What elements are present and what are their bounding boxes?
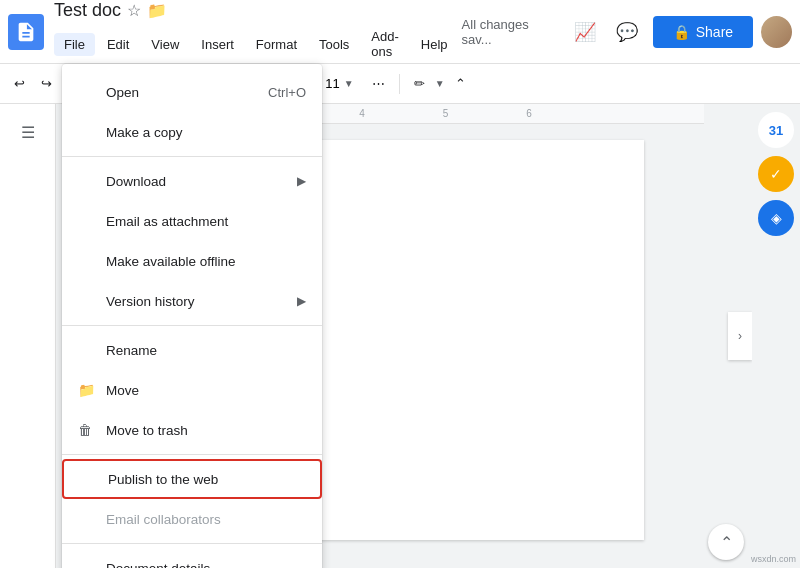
move-label: Move: [106, 383, 139, 398]
menu-section-3: Rename 📁 Move 🗑 Move to trash: [62, 326, 322, 455]
comments-icon-btn[interactable]: 💬: [610, 14, 645, 50]
doc-app-icon: [8, 14, 44, 50]
menu-item-format[interactable]: Format: [246, 33, 307, 56]
menu-version-history[interactable]: Version history ▶: [62, 281, 322, 321]
undo-button[interactable]: ↩: [8, 72, 31, 95]
move-to-trash-label: Move to trash: [106, 423, 188, 438]
menu-email-attachment[interactable]: Email as attachment: [62, 201, 322, 241]
title-bar: Test doc ☆ 📁 File Edit View Insert Forma…: [0, 0, 800, 64]
open-label: Open: [106, 85, 139, 100]
menu-item-tools[interactable]: Tools: [309, 33, 359, 56]
menu-move-to-trash[interactable]: 🗑 Move to trash: [62, 410, 322, 450]
offline-label: Make available offline: [106, 254, 236, 269]
menu-item-view[interactable]: View: [141, 33, 189, 56]
menu-item-addons[interactable]: Add-ons: [361, 25, 408, 63]
menu-item-insert[interactable]: Insert: [191, 33, 244, 56]
move-icon: 📁: [78, 382, 98, 398]
menu-move[interactable]: 📁 Move: [62, 370, 322, 410]
download-arrow: ▶: [297, 174, 306, 188]
toolbar-divider-4: [399, 74, 400, 94]
menu-make-available-offline[interactable]: Make available offline: [62, 241, 322, 281]
sidebar-outline-icon[interactable]: ☰: [8, 112, 48, 152]
file-dropdown-menu: Open Ctrl+O Make a copy Download ▶ Email…: [62, 64, 322, 568]
share-button[interactable]: 🔒 Share: [653, 16, 753, 48]
version-history-label: Version history: [106, 294, 195, 309]
right-sidebar: 31 ✓ ◈: [752, 104, 800, 568]
publish-web-label: Publish to the web: [108, 472, 218, 487]
document-details-label: Document details: [106, 561, 210, 569]
menu-open[interactable]: Open Ctrl+O: [62, 72, 322, 112]
menu-email-collaborators: Email collaborators: [62, 499, 322, 539]
more-options-button[interactable]: ⋯: [366, 72, 391, 95]
title-section: Test doc ☆ 📁 File Edit View Insert Forma…: [54, 0, 458, 63]
menu-publish-web[interactable]: Publish to the web: [62, 459, 322, 499]
menu-item-edit[interactable]: Edit: [97, 33, 139, 56]
user-avatar[interactable]: [761, 16, 792, 48]
menu-make-copy[interactable]: Make a copy: [62, 112, 322, 152]
doc-title: Test doc: [54, 0, 121, 21]
watermark: wsxdn.com: [751, 554, 796, 564]
tasks-icon[interactable]: ✓: [758, 156, 794, 192]
menu-bar: File Edit View Insert Format Tools Add-o…: [54, 25, 458, 63]
open-shortcut: Ctrl+O: [268, 85, 306, 100]
calendar-icon[interactable]: 31: [758, 112, 794, 148]
edit-pen-button[interactable]: ✏: [408, 72, 431, 95]
chart-icon-btn[interactable]: 📈: [567, 14, 602, 50]
trash-icon: 🗑: [78, 422, 98, 438]
sidebar-nav-arrow[interactable]: ›: [728, 312, 752, 360]
redo-button[interactable]: ↪: [35, 72, 58, 95]
changes-status: All changes sav...: [462, 17, 560, 47]
share-lock-icon: 🔒: [673, 24, 690, 40]
email-attachment-label: Email as attachment: [106, 214, 228, 229]
scroll-to-top-button[interactable]: ⌃: [708, 524, 744, 560]
menu-document-details[interactable]: Document details: [62, 548, 322, 568]
download-label: Download: [106, 174, 166, 189]
menu-section-4: Publish to the web Email collaborators: [62, 455, 322, 544]
edit-chevron: ▼: [435, 78, 445, 89]
font-size-dropdown[interactable]: 11 ▼: [317, 72, 361, 95]
menu-section-1: Open Ctrl+O Make a copy: [62, 68, 322, 157]
folder-icon[interactable]: 📁: [147, 1, 167, 20]
left-sidebar: ☰: [0, 104, 56, 568]
font-size-chevron: ▼: [344, 78, 354, 89]
star-icon[interactable]: ☆: [127, 1, 141, 20]
menu-item-help[interactable]: Help: [411, 33, 458, 56]
version-history-arrow: ▶: [297, 294, 306, 308]
menu-item-file[interactable]: File: [54, 33, 95, 56]
make-copy-label: Make a copy: [106, 125, 183, 140]
font-size-value: 11: [325, 76, 339, 91]
email-collaborators-label: Email collaborators: [106, 512, 221, 527]
collapse-button[interactable]: ⌃: [449, 72, 472, 95]
menu-download[interactable]: Download ▶: [62, 161, 322, 201]
header-right: All changes sav... 📈 💬 🔒 Share: [458, 14, 792, 50]
menu-section-2: Download ▶ Email as attachment Make avai…: [62, 157, 322, 326]
menu-rename[interactable]: Rename: [62, 330, 322, 370]
rename-label: Rename: [106, 343, 157, 358]
menu-section-5: Document details Language ▶ Page setup 🖨…: [62, 544, 322, 568]
keep-icon[interactable]: ◈: [758, 200, 794, 236]
